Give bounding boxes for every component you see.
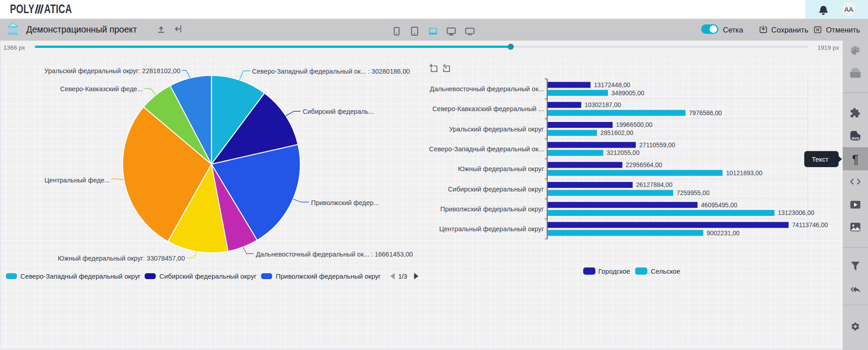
svg-text:¶: ¶ — [852, 153, 859, 166]
svg-text:AA: AA — [844, 6, 854, 13]
svg-text:SVG: SVG — [852, 136, 859, 140]
